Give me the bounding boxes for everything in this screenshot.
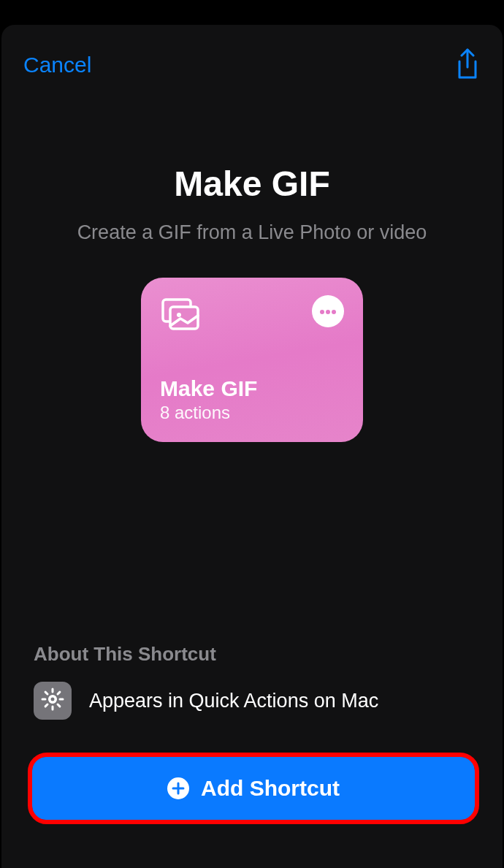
add-shortcut-button[interactable]: Add Shortcut xyxy=(32,757,475,820)
gear-icon-tile xyxy=(34,682,72,720)
add-shortcut-label: Add Shortcut xyxy=(201,776,340,801)
card-bottom: Make GIF 8 actions xyxy=(160,376,344,423)
svg-line-12 xyxy=(58,704,60,707)
card-more-button[interactable] xyxy=(312,295,344,327)
about-row: Appears in Quick Actions on Mac xyxy=(34,682,470,720)
shortcut-title: Make GIF xyxy=(23,164,481,204)
cancel-button[interactable]: Cancel xyxy=(23,53,91,77)
about-section-header: About This Shortcut xyxy=(34,643,470,666)
shortcut-hero: Make GIF Create a GIF from a Live Photo … xyxy=(1,164,503,244)
share-button[interactable] xyxy=(454,48,481,83)
card-name-label: Make GIF xyxy=(160,376,344,401)
svg-line-11 xyxy=(45,692,47,694)
svg-line-14 xyxy=(58,692,60,694)
svg-point-3 xyxy=(320,310,324,314)
svg-point-5 xyxy=(332,310,336,314)
plus-circle-icon xyxy=(167,777,189,799)
card-top-row xyxy=(160,297,344,338)
svg-point-2 xyxy=(177,313,181,317)
about-section: About This Shortcut xyxy=(1,643,503,720)
about-row-label: Appears in Quick Actions on Mac xyxy=(89,690,378,712)
sheet-header: Cancel xyxy=(1,25,503,83)
svg-point-4 xyxy=(326,310,330,314)
add-shortcut-container: Add Shortcut xyxy=(32,757,475,820)
card-actions-count: 8 actions xyxy=(160,403,344,423)
ellipsis-icon xyxy=(319,306,337,317)
share-icon xyxy=(454,48,481,83)
gear-icon xyxy=(41,688,64,714)
shortcut-card[interactable]: Make GIF 8 actions xyxy=(141,278,363,442)
shortcut-subtitle: Create a GIF from a Live Photo or video xyxy=(23,221,481,244)
photos-icon xyxy=(160,297,201,338)
shortcut-detail-sheet: Cancel Make GIF Create a GIF from a Live… xyxy=(1,25,503,868)
svg-line-13 xyxy=(45,704,47,707)
shortcut-card-container: Make GIF 8 actions xyxy=(1,278,503,442)
